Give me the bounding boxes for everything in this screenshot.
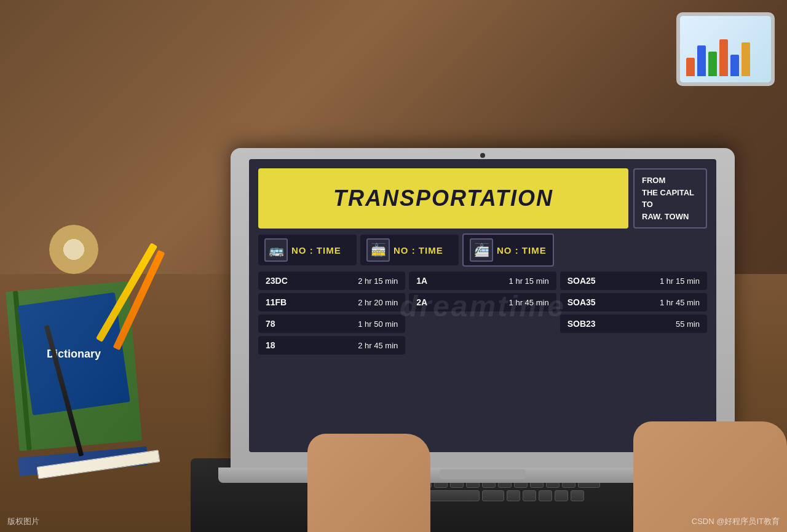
bus-icon: 🚌 xyxy=(264,238,288,262)
screen-content: TRANSPORTATION FROM THE CAPITAL TO RAW. … xyxy=(249,159,716,452)
route-time: 2 hr 20 min xyxy=(358,298,398,307)
hand-right xyxy=(633,421,787,532)
train-route-1a: 1A 1 hr 15 min xyxy=(409,272,556,290)
tablet-screen xyxy=(680,16,771,82)
bus-transport-item: 🚌 NO : TIME xyxy=(258,235,357,265)
tablet xyxy=(676,12,775,86)
bus-routes-column: 23DC 2 hr 15 min 11FB 2 hr 20 min 78 1 h… xyxy=(258,272,405,443)
from-line4: RAW. TOWN xyxy=(642,212,689,221)
train-no-time: NO : TIME xyxy=(394,245,443,256)
transport-row: 🚌 NO : TIME 🚋 NO : TIME 🚈 NO : TIME xyxy=(258,233,707,267)
bottom-right-label: CSDN @好程序员IT教育 xyxy=(692,516,780,527)
route-code: SOA35 xyxy=(568,297,596,307)
metro-no-time: NO : TIME xyxy=(497,245,547,256)
route-time: 55 min xyxy=(676,319,700,329)
route-code: SOA25 xyxy=(568,276,596,286)
main-title: TRANSPORTATION xyxy=(333,186,553,211)
laptop-camera xyxy=(480,153,485,158)
key xyxy=(571,490,584,501)
top-row: TRANSPORTATION FROM THE CAPITAL TO RAW. … xyxy=(258,168,707,229)
route-time: 1 hr 45 min xyxy=(509,298,549,307)
from-line3: TO xyxy=(642,200,653,209)
key xyxy=(507,490,520,501)
from-line1: FROM xyxy=(642,176,665,185)
laptop-lid: TRANSPORTATION FROM THE CAPITAL TO RAW. … xyxy=(231,148,735,467)
key xyxy=(555,490,568,501)
metro-route-soa35: SOA35 1 hr 45 min xyxy=(560,293,707,311)
metro-routes-column: SOA25 1 hr 15 min SOA35 1 hr 45 min SOB2… xyxy=(560,272,707,443)
metro-icon: 🚈 xyxy=(470,238,493,262)
bottom-left-label: 版权图片 xyxy=(7,516,39,527)
tablet-chart xyxy=(686,39,750,76)
metro-route-sob23: SOB23 55 min xyxy=(560,315,707,333)
bus-route-78: 78 1 hr 50 min xyxy=(258,315,405,333)
from-line2: THE CAPITAL xyxy=(642,188,694,197)
route-code: 11FB xyxy=(266,297,287,307)
route-code: 2A xyxy=(416,297,427,307)
key xyxy=(482,490,504,501)
route-code: 1A xyxy=(416,276,427,286)
bus-route-23dc: 23DC 2 hr 15 min xyxy=(258,272,405,290)
metro-route-soa25: SOA25 1 hr 15 min xyxy=(560,272,707,290)
data-grid: 23DC 2 hr 15 min 11FB 2 hr 20 min 78 1 h… xyxy=(258,272,707,443)
bus-route-11fb: 11FB 2 hr 20 min xyxy=(258,293,405,311)
bus-no-time: NO : TIME xyxy=(291,245,341,256)
route-code: 23DC xyxy=(266,276,288,286)
route-time: 1 hr 15 min xyxy=(509,276,549,286)
route-code: 78 xyxy=(266,319,275,329)
train-routes-column: 1A 1 hr 15 min 2A 1 hr 45 min xyxy=(409,272,556,443)
route-time: 1 hr 45 min xyxy=(660,298,700,307)
bus-route-18: 18 2 hr 45 min xyxy=(258,336,405,354)
metro-transport-item: 🚈 NO : TIME xyxy=(462,233,554,267)
route-time: 1 hr 50 min xyxy=(358,319,398,329)
route-code: SOB23 xyxy=(568,319,596,329)
tape-roll xyxy=(49,225,98,274)
train-route-2a: 2A 1 hr 45 min xyxy=(409,293,556,311)
key xyxy=(523,490,536,501)
train-transport-item: 🚋 NO : TIME xyxy=(360,235,459,265)
key xyxy=(539,490,552,501)
title-box: TRANSPORTATION xyxy=(258,168,628,229)
route-time: 2 hr 45 min xyxy=(358,341,398,350)
route-code: 18 xyxy=(266,340,275,350)
laptop-screen: TRANSPORTATION FROM THE CAPITAL TO RAW. … xyxy=(249,159,716,452)
from-capital-box: FROM THE CAPITAL TO RAW. TOWN xyxy=(633,168,707,229)
route-time: 2 hr 15 min xyxy=(358,276,398,286)
scene: Dictionary xyxy=(0,0,787,532)
route-time: 1 hr 15 min xyxy=(660,276,700,286)
train-icon: 🚋 xyxy=(366,238,390,262)
hand-left xyxy=(307,434,430,532)
trackpad xyxy=(440,469,526,479)
